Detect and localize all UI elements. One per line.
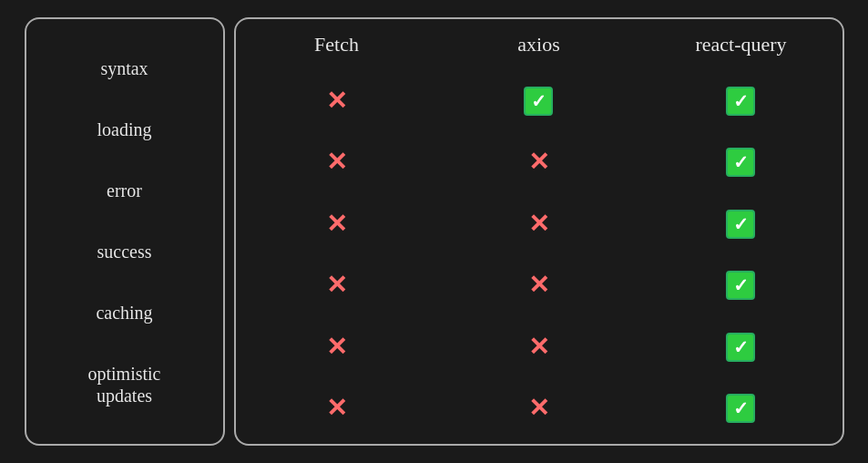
data-panel: Fetch axios react-query ✕ ✓ ✓ (234, 17, 844, 446)
check-icon: ✓ (733, 399, 749, 417)
cell-axios-success: ✕ (439, 273, 639, 298)
cell-axios-caching: ✕ (439, 334, 639, 360)
check-icon: ✓ (733, 92, 749, 110)
cell-fetch-loading: ✕ (237, 149, 437, 175)
cell-rq-optimistic: ✓ (641, 394, 842, 423)
data-grid: ✕ ✓ ✓ ✕ ✕ (236, 66, 842, 444)
cell-axios-loading: ✕ (439, 149, 639, 175)
x-icon: ✕ (326, 273, 347, 298)
cell-rq-error: ✓ (641, 210, 842, 239)
x-icon: ✕ (528, 273, 549, 298)
check-icon: ✓ (733, 153, 749, 171)
cell-fetch-success: ✕ (237, 273, 437, 298)
table-row: ✕ ✕ ✓ (236, 333, 842, 362)
col-header-axios: axios (439, 33, 639, 57)
x-icon: ✕ (326, 396, 347, 421)
check-icon: ✓ (733, 338, 749, 356)
check-box: ✓ (726, 210, 755, 239)
check-icon: ✓ (733, 215, 749, 233)
table-row: ✕ ✕ ✓ (236, 210, 842, 239)
cell-rq-success: ✓ (641, 271, 842, 300)
x-icon: ✕ (326, 88, 347, 114)
comparison-table: syntax loading error success caching opt… (25, 17, 844, 446)
row-label-optimistic-updates: optimistic updates (88, 363, 161, 406)
cell-rq-loading: ✓ (641, 148, 842, 177)
check-box: ✓ (726, 271, 755, 300)
check-box: ✓ (524, 87, 553, 116)
cell-fetch-caching: ✕ (237, 334, 437, 360)
cell-axios-optimistic: ✕ (439, 396, 639, 421)
x-icon: ✕ (326, 149, 347, 175)
x-icon: ✕ (528, 334, 549, 360)
cell-fetch-optimistic: ✕ (237, 396, 437, 421)
table-row: ✕ ✕ ✓ (236, 394, 842, 423)
x-icon: ✕ (528, 149, 549, 175)
cell-rq-caching: ✓ (641, 333, 842, 362)
row-label-syntax: syntax (100, 57, 148, 79)
row-label-caching: caching (96, 302, 152, 324)
table-row: ✕ ✕ ✓ (236, 271, 842, 300)
col-header-fetch: Fetch (237, 33, 437, 57)
check-box: ✓ (726, 394, 755, 423)
row-label-loading: loading (97, 118, 152, 140)
cell-fetch-error: ✕ (237, 211, 437, 237)
check-icon: ✓ (531, 92, 546, 110)
header-row: Fetch axios react-query (236, 19, 842, 66)
check-icon: ✓ (733, 276, 749, 294)
x-icon: ✕ (326, 211, 347, 237)
col-header-react-query: react-query (641, 33, 842, 57)
table-row: ✕ ✕ ✓ (236, 148, 842, 177)
table-row: ✕ ✓ ✓ (236, 87, 842, 116)
row-label-error: error (107, 180, 142, 201)
check-box: ✓ (726, 87, 755, 116)
cell-fetch-syntax: ✕ (237, 88, 437, 114)
check-box: ✓ (726, 333, 755, 362)
row-label-success: success (97, 241, 152, 262)
cell-rq-syntax: ✓ (641, 87, 842, 116)
x-icon: ✕ (326, 334, 347, 360)
check-box: ✓ (726, 148, 755, 177)
row-labels-panel: syntax loading error success caching opt… (25, 17, 225, 446)
x-icon: ✕ (528, 211, 549, 237)
x-icon: ✕ (528, 396, 549, 421)
cell-axios-syntax: ✓ (439, 87, 639, 116)
cell-axios-error: ✕ (439, 211, 639, 237)
